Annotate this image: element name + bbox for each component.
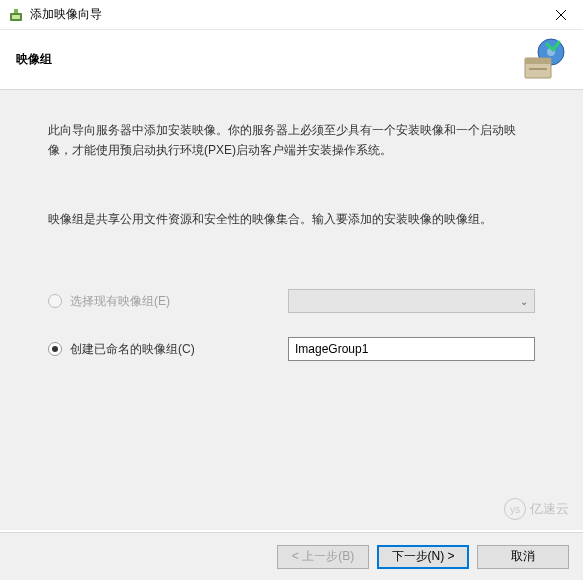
radio-existing-label: 选择现有映像组(E) xyxy=(70,293,170,310)
svg-rect-9 xyxy=(529,68,547,70)
page-title: 映像组 xyxy=(16,51,567,68)
radio-icon xyxy=(48,294,62,308)
wizard-icon xyxy=(519,36,567,84)
option-existing-row: 选择现有映像组(E) ⌄ xyxy=(48,289,535,313)
chevron-down-icon: ⌄ xyxy=(520,296,528,307)
app-icon xyxy=(8,7,24,23)
intro-text: 此向导向服务器中添加安装映像。你的服务器上必须至少具有一个安装映像和一个启动映像… xyxy=(48,120,535,161)
watermark-text: 亿速云 xyxy=(530,500,569,518)
button-bar: < 上一步(B) 下一步(N) > 取消 xyxy=(0,532,583,580)
existing-group-select: ⌄ xyxy=(288,289,535,313)
radio-create-group[interactable]: 创建已命名的映像组(C) xyxy=(48,341,288,358)
back-button: < 上一步(B) xyxy=(277,545,369,569)
option-create-row: 创建已命名的映像组(C) xyxy=(48,337,535,361)
radio-create-label: 创建已命名的映像组(C) xyxy=(70,341,195,358)
titlebar: 添加映像向导 xyxy=(0,0,583,30)
svg-rect-2 xyxy=(14,9,18,13)
window-title: 添加映像向导 xyxy=(30,6,538,23)
close-button[interactable] xyxy=(538,0,583,29)
watermark: ys 亿速云 xyxy=(504,498,569,520)
radio-icon xyxy=(48,342,62,356)
radio-existing-group: 选择现有映像组(E) xyxy=(48,293,288,310)
svg-rect-1 xyxy=(12,15,20,19)
svg-rect-8 xyxy=(525,58,551,64)
cancel-button[interactable]: 取消 xyxy=(477,545,569,569)
description-text: 映像组是共享公用文件资源和安全性的映像集合。输入要添加的安装映像的映像组。 xyxy=(48,209,535,229)
wizard-header: 映像组 xyxy=(0,30,583,90)
group-name-input[interactable] xyxy=(288,337,535,361)
close-icon xyxy=(556,10,566,20)
next-button[interactable]: 下一步(N) > xyxy=(377,545,469,569)
watermark-icon: ys xyxy=(504,498,526,520)
wizard-content: 此向导向服务器中添加安装映像。你的服务器上必须至少具有一个安装映像和一个启动映像… xyxy=(0,90,583,530)
